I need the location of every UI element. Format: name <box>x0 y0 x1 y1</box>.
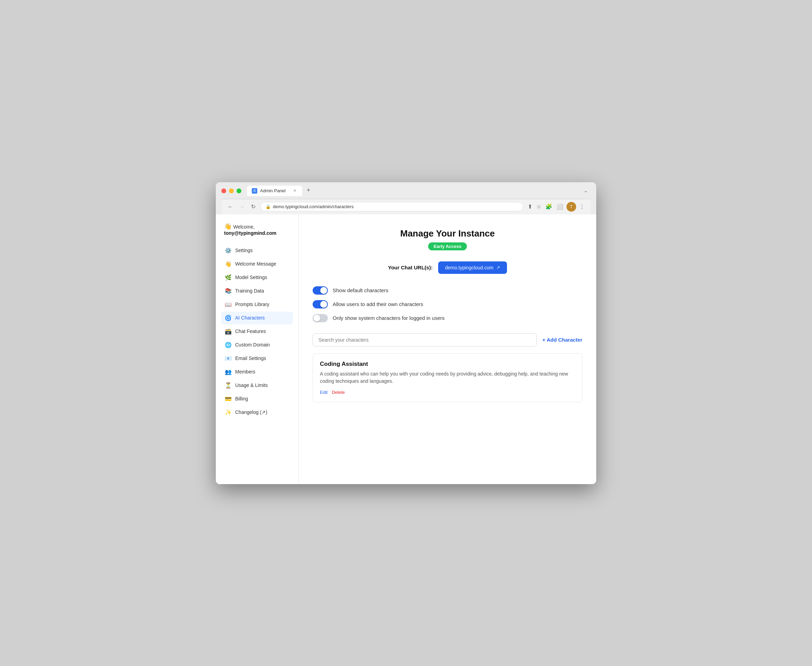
main-panel: Manage Your Instance Early Access Your C… <box>299 214 596 484</box>
address-field[interactable]: 🔒 demo.typingcloud.com/admin/characters <box>261 202 523 211</box>
sidebar-item-welcome-message[interactable]: 👋 Welcome Message <box>221 258 293 270</box>
toggle-track-system-only[interactable] <box>313 314 328 322</box>
sidebar: 👋 Welcome, tony@typingmind.com ⚙️ Settin… <box>216 214 299 484</box>
billing-icon: 💳 <box>225 396 232 402</box>
sidebar-label-welcome-message: Welcome Message <box>235 261 276 267</box>
sidebar-item-model-settings[interactable]: 🌿 Model Settings <box>221 271 293 284</box>
sidebar-label-training-data: Training Data <box>235 288 264 293</box>
sidebar-label-prompts-library: Prompts Library <box>235 302 269 307</box>
welcome-message-icon: 👋 <box>225 261 232 267</box>
tab-title: Admin Panel <box>260 188 286 193</box>
sidebar-item-changelog[interactable]: ✨ Changelog (↗) <box>221 406 293 419</box>
browser-content: 👋 Welcome, tony@typingmind.com ⚙️ Settin… <box>216 214 596 484</box>
sidebar-item-ai-characters[interactable]: 🌀 AI Characters <box>221 312 293 324</box>
toggle-row-allow-users: Allow users to add their own characters <box>313 300 583 308</box>
toggle-label-allow-users: Allow users to add their own characters <box>333 301 423 307</box>
bookmark-icon[interactable]: ☆ <box>535 202 542 211</box>
sidebar-item-prompts-library[interactable]: 📖 Prompts Library <box>221 298 293 311</box>
sidebar-label-billing: Billing <box>235 396 248 401</box>
address-bar: ← → ↻ 🔒 demo.typingcloud.com/admin/chara… <box>221 199 591 214</box>
toggle-label-show-default: Show default characters <box>333 287 388 293</box>
share-icon[interactable]: ⬆ <box>527 202 533 211</box>
sidebar-item-billing[interactable]: 💳 Billing <box>221 392 293 405</box>
sidebar-item-email-settings[interactable]: 📧 Email Settings <box>221 352 293 365</box>
sidebar-item-usage-limits[interactable]: ⏳ Usage & Limits <box>221 379 293 392</box>
minimize-button[interactable] <box>229 188 234 193</box>
sidebar-item-members[interactable]: 👥 Members <box>221 366 293 378</box>
toggle-thumb-system-only <box>313 315 320 321</box>
forward-button[interactable]: → <box>238 203 246 211</box>
sidebar-items: ⚙️ Settings 👋 Welcome Message 🌿 Model Se… <box>221 244 293 419</box>
toolbar-icons: ⬆ ☆ 🧩 ⬜ T ⋮ <box>527 202 586 212</box>
training-data-icon: 📚 <box>225 288 232 294</box>
toggle-track-allow-users[interactable] <box>313 300 328 308</box>
toggle-system-only[interactable] <box>313 314 328 322</box>
welcome-text: Welcome, <box>233 224 254 229</box>
ai-characters-icon: 🌀 <box>225 315 232 321</box>
back-button[interactable]: ← <box>226 203 234 211</box>
sidebar-label-settings: Settings <box>235 247 253 253</box>
chat-url-row: Your Chat URL(s): demo.typingcloud.com ↗ <box>313 261 583 274</box>
traffic-lights <box>221 188 241 193</box>
character-actions: Edit Delete <box>320 390 575 395</box>
chat-url-label: Your Chat URL(s): <box>388 265 432 270</box>
maximize-button[interactable] <box>236 188 241 193</box>
browser-window: A Admin Panel ✕ + ⌄ ← → ↻ 🔒 demo.typingc… <box>216 182 596 484</box>
main-header: Manage Your Instance Early Access <box>313 228 583 251</box>
toggle-row-show-default: Show default characters <box>313 286 583 295</box>
welcome-email: tony@typingmind.com <box>224 230 290 236</box>
tab-grid-icon[interactable]: ⬜ <box>555 202 564 211</box>
edit-character-button[interactable]: Edit <box>320 390 327 395</box>
sidebar-item-custom-domain[interactable]: 🌐 Custom Domain <box>221 338 293 351</box>
tab-close-button[interactable]: ✕ <box>292 188 297 194</box>
toggle-label-system-only: Only show system characters for logged i… <box>333 315 444 321</box>
tabs-row: A Admin Panel ✕ + ⌄ <box>247 186 591 196</box>
toggle-row-system-only: Only show system characters for logged i… <box>313 314 583 322</box>
toggle-thumb-show-default <box>320 287 327 294</box>
sidebar-label-chat-features: Chat Features <box>235 328 266 334</box>
toggle-section: Show default characters Allow users to a… <box>313 286 583 322</box>
reload-button[interactable]: ↻ <box>250 203 257 211</box>
chat-url-button[interactable]: demo.typingcloud.com ↗ <box>438 261 507 274</box>
menu-icon[interactable]: ⋮ <box>578 202 586 211</box>
settings-icon: ⚙️ <box>225 247 232 254</box>
changelog-icon: ✨ <box>225 409 232 415</box>
title-bar: A Admin Panel ✕ + ⌄ ← → ↻ 🔒 demo.typingc… <box>216 182 596 214</box>
delete-character-button[interactable]: Delete <box>332 390 345 395</box>
sidebar-label-usage-limits: Usage & Limits <box>235 382 268 388</box>
custom-domain-icon: 🌐 <box>225 342 232 348</box>
toggle-thumb-allow-users <box>320 301 327 308</box>
close-button[interactable] <box>221 188 226 193</box>
email-settings-icon: 📧 <box>225 355 232 362</box>
toggle-track-show-default[interactable] <box>313 286 328 295</box>
sidebar-item-chat-features[interactable]: 🗃️ Chat Features <box>221 325 293 338</box>
tab-more-button[interactable]: ⌄ <box>581 186 591 195</box>
chat-url-value: demo.typingcloud.com <box>445 265 493 270</box>
browser-tab[interactable]: A Admin Panel ✕ <box>247 186 302 196</box>
external-link-icon: ↗ <box>496 265 500 270</box>
profile-avatar[interactable]: T <box>566 202 576 212</box>
welcome-emoji: 👋 <box>224 223 232 230</box>
toggle-show-default[interactable] <box>313 286 328 295</box>
members-icon: 👥 <box>225 369 232 375</box>
toggle-allow-users[interactable] <box>313 300 328 308</box>
character-description: A coding assistant who can help you with… <box>320 370 575 385</box>
sidebar-welcome: 👋 Welcome, tony@typingmind.com <box>221 223 293 236</box>
sidebar-label-model-settings: Model Settings <box>235 275 267 280</box>
extensions-icon[interactable]: 🧩 <box>544 202 553 211</box>
sidebar-label-custom-domain: Custom Domain <box>235 342 270 348</box>
prompts-library-icon: 📖 <box>225 301 232 308</box>
early-access-badge: Early Access <box>428 242 467 251</box>
new-tab-button[interactable]: + <box>304 186 313 195</box>
sidebar-item-settings[interactable]: ⚙️ Settings <box>221 244 293 257</box>
chat-features-icon: 🗃️ <box>225 328 232 335</box>
add-character-button[interactable]: + Add Character <box>542 337 583 343</box>
tab-favicon: A <box>252 188 257 194</box>
sidebar-label-ai-characters: AI Characters <box>235 315 265 321</box>
character-name: Coding Assistant <box>320 361 575 368</box>
search-input[interactable] <box>313 333 537 346</box>
character-card: Coding Assistant A coding assistant who … <box>313 353 583 402</box>
usage-limits-icon: ⏳ <box>225 382 232 389</box>
sidebar-label-members: Members <box>235 369 255 374</box>
sidebar-item-training-data[interactable]: 📚 Training Data <box>221 285 293 297</box>
